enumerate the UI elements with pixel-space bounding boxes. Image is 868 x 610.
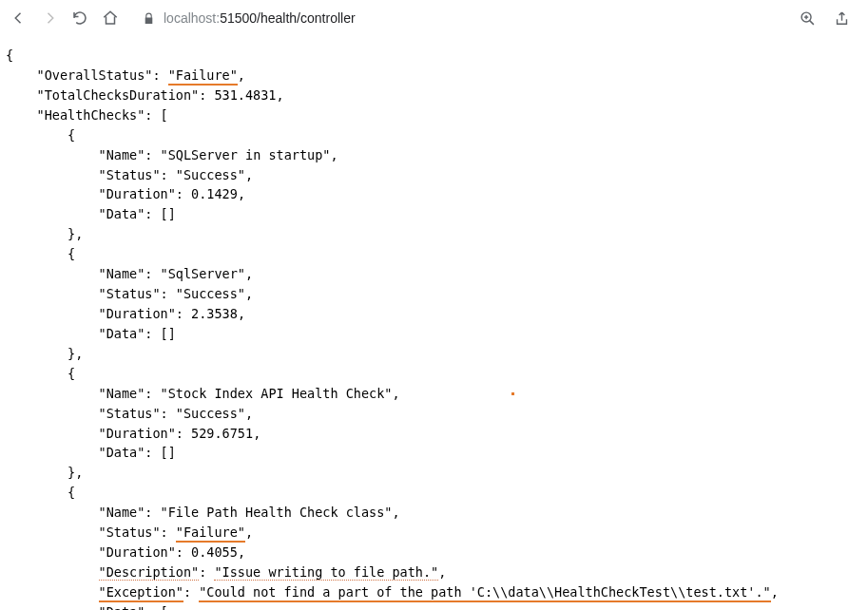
c4-exc-key: "Exception" <box>99 584 183 602</box>
page-content: { "OverallStatus": "Failure", "TotalChec… <box>0 36 868 610</box>
address-bar[interactable]: localhost:51500/health/controller <box>131 10 786 26</box>
reload-button[interactable] <box>70 10 89 27</box>
c4-status-value: "Failure" <box>176 524 245 543</box>
c4-exc-val: "Could not find a part of the path 'C:\\… <box>199 584 770 602</box>
overall-status-value: "Failure" <box>168 67 238 86</box>
c4-desc-val: "Issue writing to file path." <box>214 564 438 581</box>
svg-line-1 <box>809 20 813 24</box>
url-text: localhost:51500/health/controller <box>164 10 356 26</box>
caret-accent <box>511 392 514 395</box>
zoom-icon[interactable] <box>798 10 817 27</box>
home-button[interactable] <box>101 10 120 27</box>
lock-icon <box>141 12 156 25</box>
c4-desc-key: "Description" <box>99 564 200 581</box>
back-button[interactable] <box>10 10 29 27</box>
json-output: { "OverallStatus": "Failure", "TotalChec… <box>6 46 862 610</box>
share-icon[interactable] <box>832 10 851 27</box>
browser-toolbar: localhost:51500/health/controller <box>0 0 868 36</box>
forward-button[interactable] <box>40 10 59 27</box>
